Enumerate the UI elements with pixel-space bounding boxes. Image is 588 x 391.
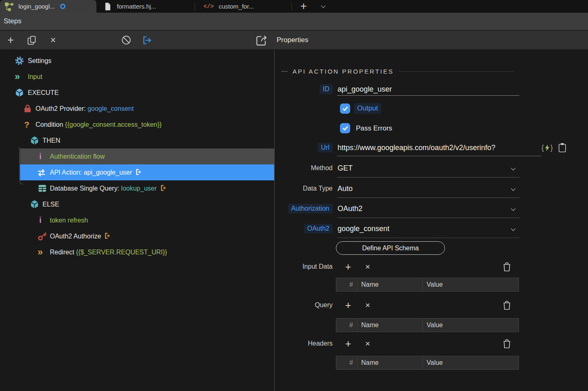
content-area: Settings » Input EXECUTE: [0, 50, 588, 391]
tree-item-authentication-flow[interactable]: i Authentication flow: [0, 148, 274, 164]
output-checkbox[interactable]: [340, 103, 350, 114]
section-rule: [399, 71, 514, 72]
tree-item-execute[interactable]: EXECUTE: [0, 85, 274, 101]
field-url: Url https://www.googleapis.com/oauth2/v2…: [275, 141, 588, 155]
headers-table-header: # Name Value: [336, 356, 519, 370]
id-label-chip: ID: [320, 84, 333, 94]
remove-row-button[interactable]: ×: [363, 298, 373, 312]
url-label-chip: Url: [318, 143, 333, 153]
properties-panel: API ACTION PROPERTIES ID api_google_user…: [275, 50, 588, 391]
add-row-button[interactable]: +: [343, 260, 353, 274]
modified-dot-icon: [60, 4, 65, 9]
code-icon: </>: [203, 3, 214, 10]
tab-login-google[interactable]: login_googl...: [0, 0, 96, 13]
delete-step-button[interactable]: ×: [47, 31, 59, 49]
clipboard-icon[interactable]: [558, 143, 566, 153]
field-data-type: Data Type Auto: [275, 182, 588, 196]
query-table-header: # Name Value: [336, 318, 519, 332]
gear-icon: [15, 56, 24, 65]
add-step-button[interactable]: +: [4, 31, 17, 49]
question-mark-icon: ?: [24, 117, 29, 133]
trash-icon[interactable]: [503, 262, 511, 272]
tree-item-else[interactable]: ELSE: [0, 196, 274, 212]
share-properties-icon[interactable]: [253, 31, 269, 49]
goto-step-icon[interactable]: [104, 232, 111, 239]
table-icon: [38, 184, 47, 193]
tab-formatters[interactable]: formatters.hj...: [96, 0, 195, 13]
headers-label: Headers: [275, 337, 333, 351]
add-row-button[interactable]: +: [343, 298, 353, 312]
double-chevron-icon: »: [38, 244, 43, 260]
tree-item-token-refresh[interactable]: i token refresh: [0, 212, 274, 228]
oauth2-label-chip: OAuth2: [304, 224, 333, 234]
tab-list-chevron-icon[interactable]: [321, 3, 325, 8]
section-title: API ACTION PROPERTIES: [293, 68, 394, 75]
output-label-chip: Output: [354, 103, 381, 114]
tree-guide-line: [19, 147, 23, 184]
url-input[interactable]: https://www.googleapis.com/oauth2/v2/use…: [338, 141, 495, 155]
method-select[interactable]: GET: [338, 161, 353, 175]
double-chevron-icon: »: [15, 69, 20, 85]
field-id: ID api_google_user: [275, 82, 588, 96]
trash-icon[interactable]: [503, 300, 511, 310]
tab-divider: [291, 2, 292, 10]
field-pass-errors: Pass Errors: [275, 121, 588, 135]
data-type-select[interactable]: Auto: [338, 182, 353, 196]
tree-item-database-single-query[interactable]: Database Single Query: lookup_user: [0, 180, 274, 196]
key-icon: [38, 231, 47, 241]
cube-icon: [30, 136, 39, 145]
data-binding-icon[interactable]: {}: [541, 141, 553, 155]
section-dash: [281, 71, 288, 72]
info-icon: i: [39, 148, 42, 164]
tree-item-settings[interactable]: Settings: [0, 53, 274, 69]
input-underline: [337, 95, 519, 96]
field-oauth2: OAuth2 google_consent: [275, 222, 588, 236]
authorization-label-chip: Authorization: [288, 204, 333, 213]
file-icon: [104, 2, 111, 11]
chevron-down-icon[interactable]: [511, 166, 515, 170]
chevron-down-icon[interactable]: [511, 186, 515, 191]
steps-tree-panel: Settings » Input EXECUTE: [0, 50, 274, 391]
copy-step-button[interactable]: [26, 31, 38, 49]
authorization-select[interactable]: OAuth2: [338, 202, 362, 216]
add-row-button[interactable]: +: [343, 337, 353, 351]
field-authorization: Authorization OAuth2: [275, 202, 588, 216]
chevron-down-icon[interactable]: [511, 226, 515, 231]
goto-step-icon[interactable]: [160, 184, 167, 191]
exchange-arrows-icon: [37, 168, 46, 178]
tree-item-then[interactable]: THEN: [0, 133, 274, 148]
tree-item-oauth2-provider[interactable]: OAuth2 Provider: google_consent: [0, 101, 274, 117]
chevron-down-icon[interactable]: [511, 206, 515, 211]
open-in-code-view-button[interactable]: [140, 31, 154, 49]
steps-bar: Steps: [0, 13, 588, 30]
input-data-table-header: # Name Value: [336, 278, 519, 292]
query-section-header: Query + ×: [275, 298, 588, 312]
headers-section-header: Headers + ×: [275, 337, 588, 351]
tree-item-redirect[interactable]: » Redirect {{$_SERVER.REQUEST_URI}}: [0, 244, 274, 260]
select-underline: [337, 198, 519, 198]
pass-errors-checkbox[interactable]: [340, 123, 350, 133]
id-input[interactable]: api_google_user: [338, 82, 392, 96]
tab-bar: login_googl... formatters.hj... </> cust…: [0, 0, 588, 13]
new-tab-button[interactable]: +: [297, 0, 310, 13]
steps-tree: Settings » Input EXECUTE: [0, 50, 274, 391]
remove-row-button[interactable]: ×: [363, 260, 373, 274]
pass-errors-label: Pass Errors: [356, 121, 392, 135]
query-label: Query: [275, 298, 333, 312]
oauth2-select[interactable]: google_consent: [338, 222, 389, 236]
remove-row-button[interactable]: ×: [363, 337, 373, 351]
app-window: login_googl... formatters.hj... </> cust…: [0, 0, 588, 391]
goto-step-icon[interactable]: [135, 169, 142, 175]
tree-item-condition[interactable]: ? Condition {{google_consent.access_toke…: [0, 117, 274, 133]
info-icon: i: [39, 212, 42, 228]
tree-item-input[interactable]: » Input: [0, 69, 274, 85]
field-method: Method GET: [275, 161, 588, 175]
tree-item-oauth2-authorize[interactable]: OAuth2 Authorize: [0, 228, 274, 244]
tab-label: formatters.hj...: [117, 3, 156, 10]
disable-step-button[interactable]: [120, 31, 132, 49]
define-api-schema-button[interactable]: Define API Schema: [336, 241, 445, 255]
tree-item-api-action[interactable]: API Action: api_google_user: [0, 164, 274, 180]
trash-icon[interactable]: [503, 339, 511, 348]
tab-custom-formatters[interactable]: </> custom_for...: [195, 0, 291, 13]
select-underline: [337, 177, 519, 178]
